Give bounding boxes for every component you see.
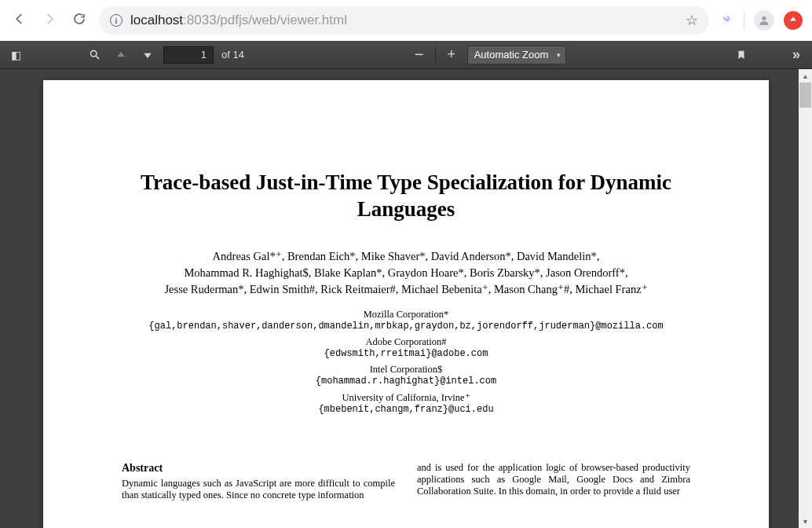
affiliation-block: University of California, Irvine⁺ {mbebe… [122, 391, 690, 415]
find-button[interactable] [83, 44, 105, 66]
abstract-text: Dynamic languages such as JavaScript are… [122, 478, 395, 501]
zoom-select-label: Automatic Zoom [474, 49, 549, 60]
pdf-toolbar: ◧ of 14 − + Automatic Zoom » [0, 41, 812, 69]
scroll-up-icon[interactable]: ▴ [799, 69, 812, 82]
extension-icon[interactable]: ༄ [719, 13, 734, 28]
abstract-heading: Abstract [122, 462, 395, 475]
affiliation-email: {gal,brendan,shaver,danderson,dmandelin,… [122, 321, 690, 332]
affiliation-name: Mozilla Corporation* [122, 309, 690, 321]
toolbar-divider [744, 12, 744, 29]
scroll-thumb[interactable] [799, 82, 811, 108]
pdf-viewport: Trace-based Just-in-Time Type Specializa… [0, 69, 812, 528]
author-list: Andreas Gal*⁺, Brendan Eich*, Mike Shave… [122, 248, 690, 298]
site-info-icon[interactable]: i [110, 14, 123, 27]
affiliation-email: {edwsmith,rreitmai}@adobe.com [122, 348, 690, 359]
url-text: localhost:8033/pdfjs/web/viewer.html [130, 13, 678, 28]
right-column: and is used for the application logic of… [417, 462, 690, 501]
paper-title: Trace-based Just-in-Time Type Specializa… [122, 170, 690, 223]
body-columns: Abstract Dynamic languages such as JavaS… [122, 462, 690, 501]
affiliation-name: Adobe Corporation# [122, 336, 690, 348]
intro-text: and is used for the application logic of… [417, 462, 690, 497]
prev-page-button[interactable] [110, 44, 132, 66]
notification-badge-icon[interactable] [784, 11, 803, 30]
page-count-label: of 14 [221, 49, 244, 60]
affiliation-block: Adobe Corporation# {edwsmith,rreitmai}@a… [122, 336, 690, 359]
forward-button[interactable] [39, 12, 60, 30]
svg-point-1 [90, 51, 97, 57]
affiliation-email: {mbebenit,changm,franz}@uci.edu [122, 404, 690, 415]
scroll-down-icon[interactable]: ▾ [799, 515, 812, 528]
page-number-input[interactable] [163, 46, 214, 64]
authors-line: Mohammad R. Haghighat$, Blake Kaplan*, G… [122, 265, 690, 281]
sidebar-toggle-button[interactable]: ◧ [5, 44, 27, 66]
next-page-button[interactable] [137, 44, 159, 66]
affiliation-name: Intel Corporation$ [122, 364, 690, 376]
affiliation-email: {mohammad.r.haghighat}@intel.com [122, 376, 690, 387]
left-column: Abstract Dynamic languages such as JavaS… [122, 462, 395, 501]
bookmark-button[interactable] [730, 44, 752, 66]
browser-toolbar: i localhost:8033/pdfjs/web/viewer.html ☆… [0, 0, 812, 41]
pdf-page: Trace-based Just-in-Time Type Specializa… [43, 80, 769, 528]
more-tools-button[interactable]: » [785, 44, 807, 66]
affiliation-block: Mozilla Corporation* {gal,brendan,shaver… [122, 309, 690, 332]
affiliation-block: Intel Corporation$ {mohammad.r.haghighat… [122, 364, 690, 387]
vertical-scrollbar[interactable]: ▴ ▾ [799, 69, 812, 528]
zoom-divider [435, 46, 436, 64]
svg-point-0 [762, 16, 766, 20]
zoom-out-button[interactable]: − [408, 44, 430, 66]
authors-line: Andreas Gal*⁺, Brendan Eich*, Mike Shave… [122, 248, 690, 265]
address-bar[interactable]: i localhost:8033/pdfjs/web/viewer.html ☆ [99, 6, 709, 35]
authors-line: Jesse Ruderman*, Edwin Smith#, Rick Reit… [122, 281, 690, 298]
zoom-in-button[interactable]: + [441, 44, 463, 66]
back-button[interactable] [9, 12, 30, 30]
reload-button[interactable] [69, 12, 90, 30]
bookmark-star-icon[interactable]: ☆ [686, 12, 698, 29]
profile-avatar-icon[interactable] [754, 10, 774, 31]
affiliation-name: University of California, Irvine⁺ [122, 391, 690, 404]
zoom-select[interactable]: Automatic Zoom [467, 46, 567, 64]
